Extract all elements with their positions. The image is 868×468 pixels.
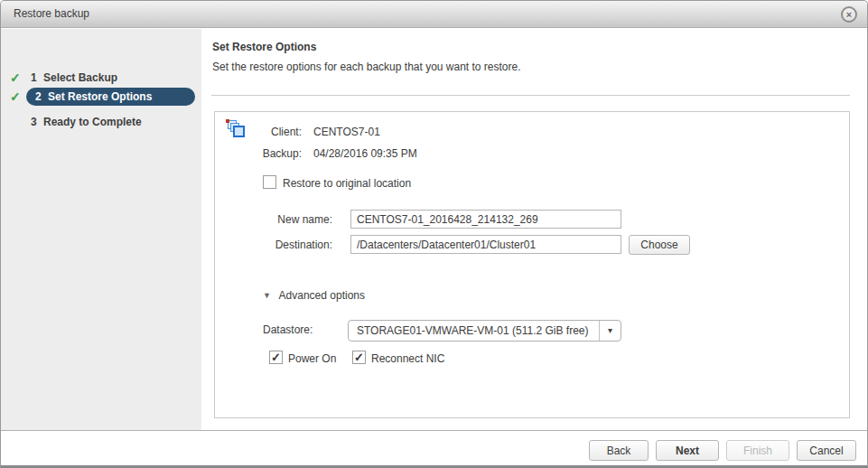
step-number: 3 — [31, 116, 37, 128]
client-label: Client: — [247, 126, 302, 138]
new-name-input[interactable] — [350, 210, 621, 229]
chevron-down-icon[interactable]: ▾ — [599, 321, 621, 341]
destination-input[interactable] — [350, 235, 621, 254]
datastore-selected-value: STORAGE01-VMWARE-VM-01 (511.2 GiB free) — [357, 324, 589, 337]
cancel-button[interactable]: Cancel — [797, 440, 856, 461]
reconnect-nic-checkbox[interactable]: ✓ — [352, 351, 366, 364]
step-set-restore-options[interactable]: ✓ 2 Set Restore Options — [1, 88, 201, 106]
restore-original-location-checkbox[interactable] — [263, 175, 276, 189]
back-button[interactable]: Back — [589, 440, 649, 461]
datastore-label: Datastore: — [263, 323, 313, 336]
step-number: 1 — [31, 71, 37, 84]
page-title: Set Restore Options — [212, 41, 316, 53]
step-label: Ready to Complete — [43, 116, 142, 128]
dialog-title: Restore backup — [14, 7, 89, 20]
choose-button[interactable]: Choose — [629, 235, 690, 255]
step-number: 2 — [35, 90, 42, 103]
restore-backup-dialog: Restore backup × ✓ 1 Select Backup ✓ 2 S… — [0, 0, 868, 468]
step-select-backup[interactable]: ✓ 1 Select Backup — [1, 69, 201, 87]
wizard-steps-sidebar: ✓ 1 Select Backup ✓ 2 Set Restore Option… — [1, 29, 201, 430]
advanced-options-toggle[interactable]: ▼ Advanced options — [263, 289, 365, 302]
header-divider — [211, 95, 850, 96]
client-value: CENTOS7-01 — [313, 126, 380, 138]
restore-options-panel: Client: CENTOS7-01 Backup: 04/28/2016 09… — [214, 111, 850, 418]
power-on-checkbox[interactable]: ✓ — [269, 351, 283, 364]
step-complete-check-icon: ✓ — [10, 70, 24, 86]
new-name-label: New name: — [251, 213, 332, 226]
page-description: Set the restore options for each backup … — [212, 61, 521, 73]
power-on-label: Power On — [288, 352, 336, 365]
close-icon[interactable]: × — [841, 6, 857, 23]
destination-label: Destination: — [251, 239, 332, 251]
datastore-dropdown[interactable]: STORAGE01-VMWARE-VM-01 (511.2 GiB free) … — [348, 320, 621, 342]
next-button[interactable]: Next — [656, 440, 719, 461]
backup-label: Backup: — [247, 147, 302, 160]
restore-original-location-label: Restore to original location — [283, 177, 411, 190]
backup-value: 04/28/2016 09:35 PM — [313, 147, 417, 160]
advanced-options-label: Advanced options — [279, 289, 365, 302]
finish-button: Finish — [726, 440, 789, 461]
reconnect-nic-label: Reconnect NIC — [371, 352, 444, 365]
dialog-titlebar: Restore backup × — [1, 1, 867, 28]
step-label: Set Restore Options — [48, 90, 152, 103]
expander-down-icon: ▼ — [263, 291, 271, 300]
footer-divider — [1, 430, 867, 431]
vm-backup-icon — [226, 119, 247, 141]
step-label: Select Backup — [43, 71, 117, 84]
step-ready-to-complete[interactable]: 3 Ready to Complete — [1, 113, 201, 131]
step-complete-check-icon: ✓ — [10, 89, 24, 105]
